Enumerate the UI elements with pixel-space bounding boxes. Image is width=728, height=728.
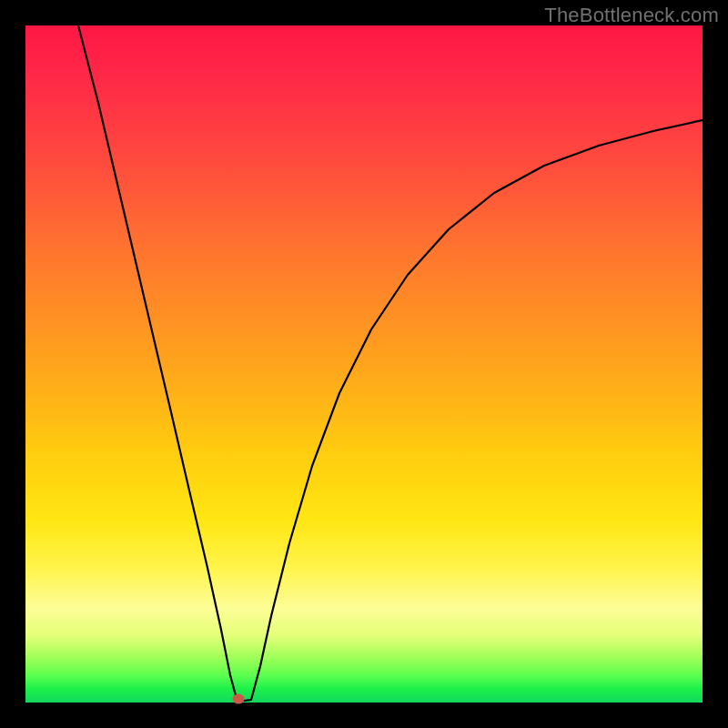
watermark-text: TheBottleneck.com: [544, 4, 719, 27]
optimal-marker: [233, 694, 245, 704]
plot-gradient-bg: [25, 25, 703, 703]
